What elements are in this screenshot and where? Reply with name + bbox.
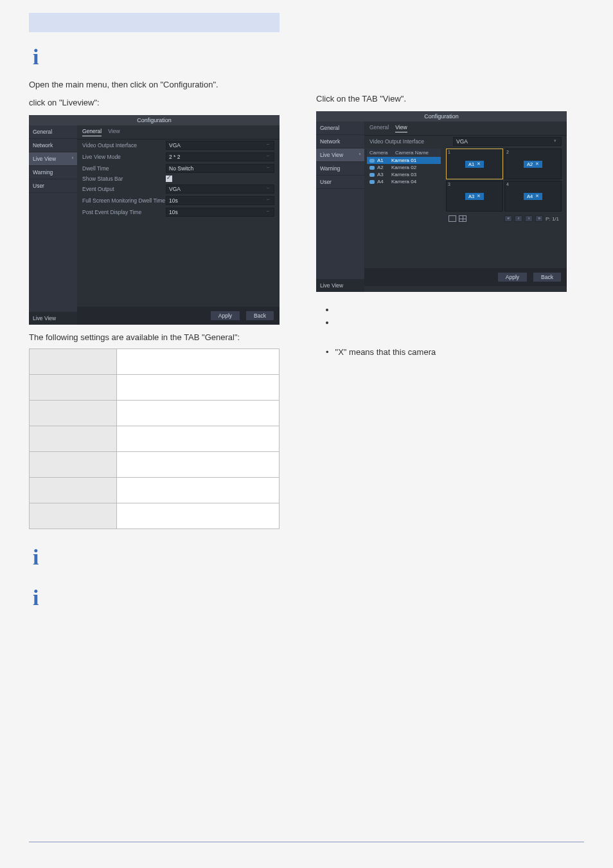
cell-chip[interactable]: A4✕ bbox=[524, 193, 542, 200]
dropdown-icon: ~ bbox=[267, 197, 271, 202]
sidebar-item-network[interactable]: Network bbox=[29, 139, 77, 152]
click-tab-text: Click on the TAB "View". bbox=[316, 93, 584, 105]
sidebar-item-warning[interactable]: Warning bbox=[29, 166, 77, 179]
page-label: P: 1/1 bbox=[546, 216, 559, 222]
footer-rule bbox=[29, 842, 584, 842]
table-row bbox=[30, 375, 280, 401]
table-row bbox=[30, 426, 280, 452]
config-form-label: Dwell Time bbox=[82, 165, 166, 172]
grid-cell-4[interactable]: 4 A4✕ bbox=[504, 181, 562, 212]
config-form-row: Event OutputVGA~ bbox=[77, 183, 280, 195]
camera-eye-icon bbox=[369, 180, 375, 184]
config-form-label: Show Status Bar bbox=[82, 176, 166, 182]
camera-name: Kamera 04 bbox=[391, 179, 416, 185]
cell-chip[interactable]: A1✕ bbox=[465, 161, 484, 168]
configuration-panel-view: Configuration General Network Live View … bbox=[316, 111, 567, 292]
config-form-label: Live View Mode bbox=[82, 154, 166, 160]
apply-button[interactable]: Apply bbox=[497, 272, 528, 282]
config-title: Configuration bbox=[316, 111, 567, 122]
camera-list-item[interactable]: A2Kamera 02 bbox=[367, 164, 441, 171]
camera-name: Kamera 02 bbox=[391, 165, 416, 170]
config-form-row: Post Event Display Time10s~ bbox=[77, 206, 280, 218]
intro-line-1: Open the main menu, then click on "Confi… bbox=[29, 79, 297, 91]
layout-2x2-icon[interactable] bbox=[459, 215, 466, 222]
x-means-row: • "X" means that this camera bbox=[316, 347, 584, 357]
chevron-right-icon: › bbox=[72, 156, 73, 160]
bullet-icon: • bbox=[326, 347, 329, 357]
page-next-icon[interactable]: › bbox=[525, 215, 533, 222]
config-form-value[interactable]: VGA~ bbox=[166, 141, 274, 150]
back-button[interactable]: Back bbox=[533, 272, 562, 282]
dropdown-icon: ~ bbox=[267, 186, 271, 190]
cell-number: 4 bbox=[506, 182, 509, 186]
sidebar-item-user[interactable]: User bbox=[29, 179, 77, 193]
sidebar-item-warning[interactable]: Warning bbox=[316, 162, 364, 176]
chevron-right-icon: › bbox=[359, 152, 360, 156]
camera-eye-icon bbox=[369, 173, 375, 177]
config-form-label: Video Output Interface bbox=[82, 142, 166, 149]
cell-number: 1 bbox=[448, 150, 450, 154]
sidebar-item-general[interactable]: General bbox=[29, 125, 77, 139]
setting-name-cell bbox=[30, 452, 117, 478]
tab-view[interactable]: View bbox=[395, 124, 407, 132]
voi-select[interactable]: VGA ▾ bbox=[453, 137, 562, 146]
sidebar-item-user[interactable]: User bbox=[316, 176, 364, 189]
remove-icon[interactable]: ✕ bbox=[535, 161, 539, 167]
bullet-item bbox=[335, 318, 584, 328]
cell-chip[interactable]: A3✕ bbox=[465, 193, 484, 200]
config-form-value[interactable]: 10s~ bbox=[166, 196, 274, 205]
config-form-value[interactable]: 2 * 2~ bbox=[166, 152, 274, 161]
grid-cell-2[interactable]: 2 A2✕ bbox=[504, 149, 562, 179]
dropdown-icon: ~ bbox=[267, 165, 271, 170]
table-row bbox=[30, 452, 280, 478]
config-form-value[interactable]: VGA~ bbox=[166, 185, 274, 194]
apply-button[interactable]: Apply bbox=[210, 311, 240, 321]
camera-id: A3 bbox=[377, 172, 391, 177]
camera-list-item[interactable]: A4Kamera 04 bbox=[367, 178, 441, 185]
camera-eye-icon bbox=[369, 166, 375, 170]
camera-list-item[interactable]: A1Kamera 01 bbox=[367, 157, 441, 164]
layout-1x1-icon[interactable] bbox=[449, 215, 456, 222]
x-means-text: "X" means that this camera bbox=[335, 347, 436, 357]
info-icon: i bbox=[33, 586, 297, 610]
remove-icon[interactable]: ✕ bbox=[477, 161, 481, 167]
dropdown-icon: ~ bbox=[267, 154, 271, 158]
page-prev-icon[interactable]: ‹ bbox=[515, 215, 522, 222]
grid-cell-1[interactable]: 1 A1✕ bbox=[446, 149, 503, 179]
page-last-icon[interactable]: » bbox=[535, 215, 543, 222]
sidebar-item-general[interactable]: General bbox=[316, 122, 364, 135]
following-text: The following settings are available in … bbox=[29, 332, 297, 342]
sidebar-item-live-view[interactable]: Live View › bbox=[316, 149, 364, 162]
config-form-row: Live View Mode2 * 2~ bbox=[77, 151, 280, 163]
back-button[interactable]: Back bbox=[245, 311, 274, 321]
camera-id: A4 bbox=[377, 179, 391, 185]
sidebar-item-network[interactable]: Network bbox=[316, 135, 364, 149]
setting-name-cell bbox=[30, 426, 117, 452]
tab-general[interactable]: General bbox=[82, 128, 102, 136]
grid-cell-3[interactable]: 3 A3✕ bbox=[446, 181, 503, 212]
camera-id: A2 bbox=[377, 165, 391, 170]
cam-head-camera: Camera bbox=[369, 150, 395, 156]
setting-name-cell bbox=[30, 375, 117, 401]
cell-chip[interactable]: A2✕ bbox=[524, 161, 542, 168]
page-first-icon[interactable]: « bbox=[504, 215, 512, 222]
table-row bbox=[30, 503, 280, 529]
table-row bbox=[30, 401, 280, 426]
remove-icon[interactable]: ✕ bbox=[535, 194, 539, 199]
info-icon: i bbox=[33, 545, 297, 570]
camera-list-item[interactable]: A3Kamera 03 bbox=[367, 171, 441, 178]
checkbox-checked[interactable] bbox=[166, 176, 172, 182]
tab-view[interactable]: View bbox=[108, 128, 120, 136]
config-form-value[interactable]: 10s~ bbox=[166, 208, 274, 217]
sidebar-item-label: Live View bbox=[320, 152, 343, 158]
tab-general[interactable]: General bbox=[369, 124, 389, 132]
dropdown-icon: ▾ bbox=[554, 138, 558, 143]
settings-table bbox=[29, 348, 280, 529]
setting-desc-cell bbox=[117, 503, 280, 529]
sidebar-item-live-view[interactable]: Live View › bbox=[29, 152, 77, 166]
config-form-value[interactable]: No Switch~ bbox=[166, 164, 274, 173]
intro-line-2: click on "Liveview": bbox=[29, 97, 297, 109]
remove-icon[interactable]: ✕ bbox=[477, 194, 481, 199]
camera-id: A1 bbox=[377, 158, 391, 163]
camera-name: Kamera 03 bbox=[391, 172, 416, 177]
